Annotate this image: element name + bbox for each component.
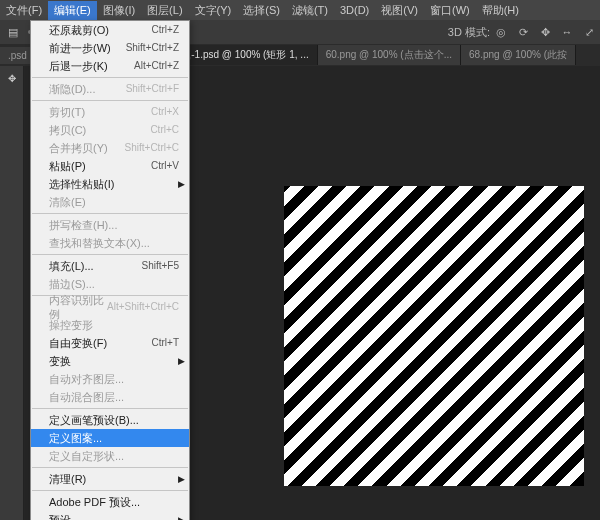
- menu-entry[interactable]: 选择性粘贴(I)▶: [31, 175, 189, 193]
- menu-entry-shortcut: Shift+F5: [141, 259, 179, 273]
- menu-entry[interactable]: 粘贴(P)Ctrl+V: [31, 157, 189, 175]
- menu-item[interactable]: 图层(L): [141, 1, 188, 20]
- menu-entry[interactable]: 预设▶: [31, 511, 189, 520]
- menu-entry: 自动对齐图层...: [31, 370, 189, 388]
- menu-entry[interactable]: 填充(L)...Shift+F5: [31, 257, 189, 275]
- menu-entry-label: 渐隐(D)...: [49, 82, 95, 96]
- menu-entry-shortcut: Ctrl+C: [150, 123, 179, 137]
- menu-entry: 合并拷贝(Y)Shift+Ctrl+C: [31, 139, 189, 157]
- menu-entry-label: 拷贝(C): [49, 123, 86, 137]
- menu-entry: 自动混合图层...: [31, 388, 189, 406]
- menu-entry-label: 合并拷贝(Y): [49, 141, 108, 155]
- menu-item[interactable]: 3D(D): [334, 2, 375, 18]
- menu-entry: 内容识别比例Alt+Shift+Ctrl+C: [31, 298, 189, 316]
- menu-entry-label: 定义画笔预设(B)...: [49, 413, 139, 427]
- menu-entry-shortcut: Ctrl+Z: [152, 23, 180, 37]
- menu-entry-shortcut: Alt+Ctrl+Z: [134, 59, 179, 73]
- edit-menu-dropdown: 还原裁剪(O)Ctrl+Z前进一步(W)Shift+Ctrl+Z后退一步(K)A…: [30, 20, 190, 520]
- menu-entry-label: 定义图案...: [49, 431, 102, 445]
- menu-separator: [32, 254, 188, 255]
- menu-entry-shortcut: Ctrl+V: [151, 159, 179, 173]
- roll-icon[interactable]: ⟳: [514, 23, 532, 41]
- menu-entry: 清除(E): [31, 193, 189, 211]
- menu-entry-label: 粘贴(P): [49, 159, 86, 173]
- menu-entry: 定义自定形状...: [31, 447, 189, 465]
- menu-item[interactable]: 帮助(H): [476, 1, 525, 20]
- menu-entry[interactable]: 自由变换(F)Ctrl+T: [31, 334, 189, 352]
- menu-entry-label: 描边(S)...: [49, 277, 95, 291]
- menu-entry-label: 清理(R): [49, 472, 86, 486]
- zoom-icon[interactable]: ⤢: [580, 23, 598, 41]
- menu-entry[interactable]: 清理(R)▶: [31, 470, 189, 488]
- menu-separator: [32, 408, 188, 409]
- menu-item[interactable]: 编辑(E): [48, 1, 97, 20]
- menu-entry-label: 自动混合图层...: [49, 390, 124, 404]
- menu-item[interactable]: 文字(Y): [189, 1, 238, 20]
- menu-entry: 拼写检查(H)...: [31, 216, 189, 234]
- chevron-right-icon: ▶: [178, 513, 185, 520]
- menu-entry-label: Adobe PDF 预设...: [49, 495, 140, 509]
- menu-item[interactable]: 文件(F): [0, 1, 48, 20]
- chevron-right-icon: ▶: [178, 177, 185, 191]
- menu-entry[interactable]: 变换▶: [31, 352, 189, 370]
- menu-separator: [32, 100, 188, 101]
- menu-entry: 描边(S)...: [31, 275, 189, 293]
- menu-separator: [32, 490, 188, 491]
- menu-entry-shortcut: Shift+Ctrl+Z: [126, 41, 179, 55]
- menu-item[interactable]: 选择(S): [237, 1, 286, 20]
- canvas-stripes-pattern: [284, 186, 584, 486]
- document-tab[interactable]: 68.png @ 100% (此按: [461, 45, 576, 65]
- menu-entry-label: 操控变形: [49, 318, 93, 332]
- menu-item[interactable]: 窗口(W): [424, 1, 476, 20]
- orbit-icon[interactable]: ◎: [492, 23, 510, 41]
- menu-entry[interactable]: 定义图案...: [31, 429, 189, 447]
- menu-entry-shortcut: Shift+Ctrl+C: [125, 141, 179, 155]
- menu-entry-shortcut: Ctrl+X: [151, 105, 179, 119]
- menu-entry: 查找和替换文本(X)...: [31, 234, 189, 252]
- menu-entry-label: 拼写检查(H)...: [49, 218, 117, 232]
- menu-entry[interactable]: 前进一步(W)Shift+Ctrl+Z: [31, 39, 189, 57]
- slide-icon[interactable]: ↔: [558, 23, 576, 41]
- menu-entry-label: 自动对齐图层...: [49, 372, 124, 386]
- menu-entry-shortcut: Shift+Ctrl+F: [126, 82, 179, 96]
- tool-preset-icon[interactable]: ▤: [4, 23, 22, 41]
- tool-strip: ✥: [0, 66, 24, 520]
- menu-entry-label: 定义自定形状...: [49, 449, 124, 463]
- menu-entry-shortcut: Ctrl+T: [152, 336, 180, 350]
- menu-entry[interactable]: 后退一步(K)Alt+Ctrl+Z: [31, 57, 189, 75]
- menu-entry: 剪切(T)Ctrl+X: [31, 103, 189, 121]
- chevron-right-icon: ▶: [178, 472, 185, 486]
- menu-entry-label: 自由变换(F): [49, 336, 107, 350]
- menu-bar: 文件(F)编辑(E)图像(I)图层(L)文字(Y)选择(S)滤镜(T)3D(D)…: [0, 0, 600, 20]
- menu-entry-shortcut: Alt+Shift+Ctrl+C: [107, 300, 179, 314]
- menu-separator: [32, 213, 188, 214]
- menu-entry-label: 查找和替换文本(X)...: [49, 236, 150, 250]
- mode-label: 3D 模式:: [448, 25, 490, 40]
- menu-entry-label: 预设: [49, 513, 71, 520]
- document-tab[interactable]: 60.png @ 100% (点击这个...: [318, 45, 461, 65]
- menu-entry-label: 选择性粘贴(I): [49, 177, 114, 191]
- menu-entry[interactable]: 定义画笔预设(B)...: [31, 411, 189, 429]
- menu-entry-label: 前进一步(W): [49, 41, 111, 55]
- menu-entry-label: 剪切(T): [49, 105, 85, 119]
- move-tool-icon[interactable]: ✥: [1, 67, 23, 89]
- menu-entry: 拷贝(C)Ctrl+C: [31, 121, 189, 139]
- menu-entry: 操控变形: [31, 316, 189, 334]
- menu-entry-label: 变换: [49, 354, 71, 368]
- menu-entry-label: 后退一步(K): [49, 59, 108, 73]
- pan-icon[interactable]: ✥: [536, 23, 554, 41]
- menu-separator: [32, 467, 188, 468]
- menu-entry: 渐隐(D)...Shift+Ctrl+F: [31, 80, 189, 98]
- menu-item[interactable]: 视图(V): [375, 1, 424, 20]
- menu-item[interactable]: 图像(I): [97, 1, 141, 20]
- menu-entry[interactable]: Adobe PDF 预设...: [31, 493, 189, 511]
- menu-item[interactable]: 滤镜(T): [286, 1, 334, 20]
- chevron-right-icon: ▶: [178, 354, 185, 368]
- menu-entry-label: 还原裁剪(O): [49, 23, 109, 37]
- menu-separator: [32, 77, 188, 78]
- menu-entry[interactable]: 还原裁剪(O)Ctrl+Z: [31, 21, 189, 39]
- menu-entry-label: 填充(L)...: [49, 259, 94, 273]
- menu-entry-label: 清除(E): [49, 195, 86, 209]
